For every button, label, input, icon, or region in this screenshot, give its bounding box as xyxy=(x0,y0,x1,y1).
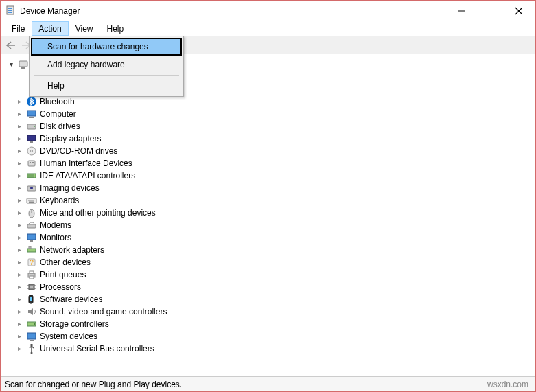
expander-icon[interactable] xyxy=(16,170,23,182)
maximize-button[interactable] xyxy=(483,4,497,18)
tree-item[interactable]: Human Interface Devices xyxy=(8,157,534,170)
monitor-icon xyxy=(26,232,37,243)
menu-scan-hardware[interactable]: Scan for hardware changes xyxy=(31,38,182,56)
close-button[interactable] xyxy=(512,4,526,18)
device-tree[interactable]: BluetoothComputerDisk drivesDisplay adap… xyxy=(2,56,534,355)
menu-add-legacy[interactable]: Add legacy hardware xyxy=(31,56,182,73)
menu-view[interactable]: View xyxy=(69,21,100,36)
tree-item-label: Keyboards xyxy=(40,194,79,207)
menu-action[interactable]: Action xyxy=(32,21,68,36)
printer-icon xyxy=(26,269,37,280)
menu-file[interactable]: File xyxy=(5,21,32,36)
svg-rect-15 xyxy=(27,135,36,141)
svg-rect-2 xyxy=(8,10,12,11)
svg-rect-12 xyxy=(29,117,34,118)
dvd-icon xyxy=(26,146,37,157)
svg-rect-36 xyxy=(27,234,36,240)
svg-rect-9 xyxy=(21,67,25,69)
tree-item-label: Bluetooth xyxy=(40,95,75,108)
tree-item[interactable]: IDE ATA/ATAPI controllers xyxy=(8,170,534,182)
tree-item-label: Sound, video and game controllers xyxy=(40,305,167,318)
expander-icon[interactable] xyxy=(16,231,23,244)
svg-point-54 xyxy=(34,323,35,325)
mouse-icon xyxy=(26,207,37,218)
svg-rect-38 xyxy=(27,249,36,252)
expander-icon[interactable] xyxy=(16,108,23,120)
expander-icon[interactable] xyxy=(16,281,23,293)
expander-icon[interactable] xyxy=(16,157,23,170)
menu-help-item[interactable]: Help xyxy=(31,77,182,95)
expander-icon[interactable] xyxy=(16,293,23,305)
display-icon xyxy=(26,133,37,144)
tree-item-label: Print queues xyxy=(40,268,86,281)
svg-rect-21 xyxy=(32,162,34,163)
back-button[interactable] xyxy=(3,38,19,53)
tree-item[interactable]: Processors xyxy=(8,281,534,293)
svg-point-18 xyxy=(31,150,33,152)
svg-rect-37 xyxy=(30,240,33,242)
expander-icon[interactable] xyxy=(8,58,15,71)
expander-icon[interactable] xyxy=(16,256,23,268)
expander-icon[interactable] xyxy=(16,219,23,231)
svg-rect-31 xyxy=(32,200,34,201)
network-icon xyxy=(26,244,37,255)
svg-rect-8 xyxy=(19,61,27,67)
svg-rect-56 xyxy=(30,340,34,341)
svg-text:?: ? xyxy=(30,259,34,266)
tree-item-label: Display adapters xyxy=(40,132,101,145)
tree-item[interactable]: Display adapters xyxy=(8,132,534,145)
storage-icon xyxy=(26,319,37,330)
tree-item[interactable]: Sound, video and game controllers xyxy=(8,305,534,318)
tree-item-label: IDE ATA/ATAPI controllers xyxy=(40,170,135,182)
expander-icon[interactable] xyxy=(16,343,23,355)
expander-icon[interactable] xyxy=(16,330,23,343)
tree-item[interactable]: Keyboards xyxy=(8,194,534,207)
tree-item[interactable]: Bluetooth xyxy=(8,95,534,108)
tree-item[interactable]: Computer xyxy=(8,108,534,120)
svg-point-57 xyxy=(31,352,33,354)
tree-item[interactable]: Print queues xyxy=(8,268,534,281)
svg-rect-1 xyxy=(8,8,12,9)
expander-icon[interactable] xyxy=(16,268,23,281)
tree-item[interactable]: Network adapters xyxy=(8,244,534,256)
content-area: BluetoothComputerDisk drivesDisplay adap… xyxy=(1,54,535,376)
svg-rect-20 xyxy=(30,162,31,163)
tree-item[interactable]: Storage controllers xyxy=(8,318,534,330)
tree-item[interactable]: ?Other devices xyxy=(8,256,534,268)
window-title: Device Manager xyxy=(20,6,80,16)
minimize-button[interactable] xyxy=(454,4,468,18)
expander-icon[interactable] xyxy=(16,95,23,108)
app-icon xyxy=(5,5,16,16)
tree-item[interactable]: Modems xyxy=(8,219,534,231)
modem-icon xyxy=(26,220,37,231)
ide-icon xyxy=(26,170,37,181)
menu-help[interactable]: Help xyxy=(100,21,131,36)
expander-icon[interactable] xyxy=(16,318,23,330)
expander-icon[interactable] xyxy=(16,207,23,219)
tree-item[interactable]: Imaging devices xyxy=(8,182,534,194)
expander-icon[interactable] xyxy=(16,305,23,318)
expander-icon[interactable] xyxy=(16,194,23,207)
expander-icon[interactable] xyxy=(16,145,23,157)
tree-item[interactable]: Mice and other pointing devices xyxy=(8,207,534,219)
expander-icon[interactable] xyxy=(16,120,23,132)
tree-item-label: Software devices xyxy=(40,293,102,305)
svg-rect-29 xyxy=(28,200,30,201)
tree-item[interactable]: Monitors xyxy=(8,231,534,244)
tree-item[interactable]: DVD/CD-ROM drives xyxy=(8,145,534,157)
expander-icon[interactable] xyxy=(16,182,23,194)
status-right: wsxdn.com xyxy=(487,380,531,389)
tree-item[interactable]: System devices xyxy=(8,330,534,343)
tree-item[interactable]: Universal Serial Bus controllers xyxy=(8,343,534,355)
expander-icon[interactable] xyxy=(16,244,23,256)
tree-item[interactable]: Disk drives xyxy=(8,120,534,132)
tree-item[interactable]: Software devices xyxy=(8,293,534,305)
tree-item-label: Processors xyxy=(40,281,81,293)
usb-icon xyxy=(26,343,37,354)
svg-rect-39 xyxy=(29,246,31,249)
svg-rect-30 xyxy=(30,200,32,201)
expander-icon[interactable] xyxy=(16,132,23,145)
titlebar: Device Manager xyxy=(1,1,535,21)
svg-rect-11 xyxy=(27,111,36,116)
svg-rect-19 xyxy=(28,161,35,166)
